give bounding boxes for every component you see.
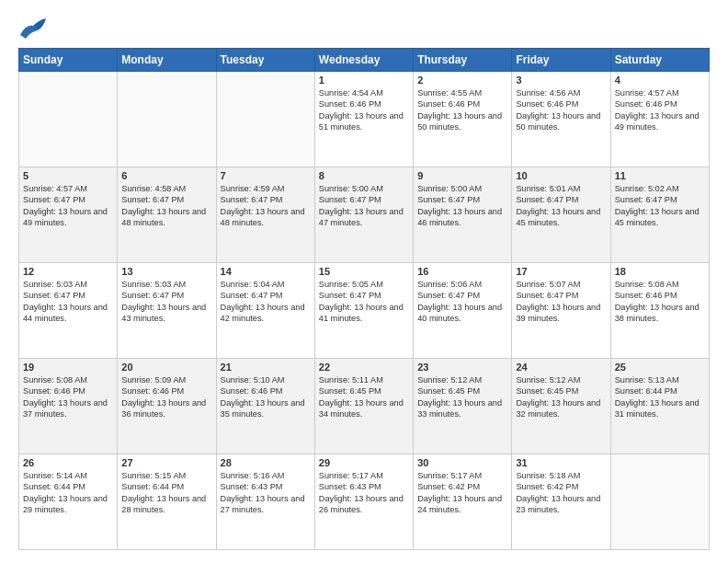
- cell-content: Sunrise: 5:17 AM Sunset: 6:42 PM Dayligh…: [417, 470, 507, 516]
- cell-content: Sunrise: 4:57 AM Sunset: 6:46 PM Dayligh…: [615, 87, 705, 133]
- calendar-cell: 27Sunrise: 5:15 AM Sunset: 6:44 PM Dayli…: [118, 454, 216, 550]
- calendar-cell: 29Sunrise: 5:17 AM Sunset: 6:43 PM Dayli…: [314, 454, 413, 550]
- day-number: 7: [221, 170, 311, 181]
- day-number: 16: [417, 266, 507, 277]
- calendar-table: SundayMondayTuesdayWednesdayThursdayFrid…: [18, 48, 710, 550]
- day-number: 31: [516, 457, 606, 468]
- calendar-cell: 14Sunrise: 5:04 AM Sunset: 6:47 PM Dayli…: [216, 263, 314, 359]
- day-number: 2: [417, 75, 507, 86]
- cell-content: Sunrise: 4:56 AM Sunset: 6:46 PM Dayligh…: [516, 87, 606, 133]
- cell-content: Sunrise: 5:15 AM Sunset: 6:44 PM Dayligh…: [121, 470, 211, 516]
- calendar-cell: [610, 454, 709, 550]
- logo: [18, 17, 51, 40]
- header: [18, 17, 710, 40]
- calendar-cell: 12Sunrise: 5:03 AM Sunset: 6:47 PM Dayli…: [19, 263, 118, 359]
- calendar-cell: 5Sunrise: 4:57 AM Sunset: 6:47 PM Daylig…: [19, 167, 118, 263]
- day-number: 23: [417, 362, 507, 373]
- week-row-3: 12Sunrise: 5:03 AM Sunset: 6:47 PM Dayli…: [19, 263, 710, 359]
- cell-content: Sunrise: 5:00 AM Sunset: 6:47 PM Dayligh…: [319, 183, 409, 229]
- calendar-cell: 23Sunrise: 5:12 AM Sunset: 6:45 PM Dayli…: [414, 359, 512, 454]
- weekday-header-saturday: Saturday: [610, 49, 709, 72]
- week-row-4: 19Sunrise: 5:08 AM Sunset: 6:46 PM Dayli…: [19, 359, 710, 454]
- calendar-cell: 9Sunrise: 5:00 AM Sunset: 6:47 PM Daylig…: [414, 167, 512, 263]
- week-row-1: 1Sunrise: 4:54 AM Sunset: 6:46 PM Daylig…: [19, 72, 710, 167]
- weekday-header-sunday: Sunday: [19, 49, 118, 72]
- day-number: 13: [121, 266, 211, 277]
- day-number: 27: [121, 457, 211, 468]
- cell-content: Sunrise: 4:59 AM Sunset: 6:47 PM Dayligh…: [221, 183, 311, 229]
- cell-content: Sunrise: 5:06 AM Sunset: 6:47 PM Dayligh…: [417, 279, 507, 325]
- cell-content: Sunrise: 5:14 AM Sunset: 6:44 PM Dayligh…: [23, 470, 113, 516]
- cell-content: Sunrise: 5:16 AM Sunset: 6:43 PM Dayligh…: [221, 470, 311, 516]
- day-number: 28: [221, 457, 311, 468]
- day-number: 17: [516, 266, 606, 277]
- cell-content: Sunrise: 5:00 AM Sunset: 6:47 PM Dayligh…: [417, 183, 507, 229]
- cell-content: Sunrise: 5:03 AM Sunset: 6:47 PM Dayligh…: [23, 279, 113, 325]
- day-number: 11: [615, 170, 705, 181]
- cell-content: Sunrise: 5:13 AM Sunset: 6:44 PM Dayligh…: [615, 374, 705, 420]
- calendar-cell: 6Sunrise: 4:58 AM Sunset: 6:47 PM Daylig…: [118, 167, 216, 263]
- calendar-cell: 10Sunrise: 5:01 AM Sunset: 6:47 PM Dayli…: [512, 167, 610, 263]
- cell-content: Sunrise: 4:58 AM Sunset: 6:47 PM Dayligh…: [121, 183, 211, 229]
- calendar-cell: [118, 72, 216, 167]
- calendar-cell: 28Sunrise: 5:16 AM Sunset: 6:43 PM Dayli…: [216, 454, 314, 550]
- day-number: 29: [319, 457, 409, 468]
- cell-content: Sunrise: 5:02 AM Sunset: 6:47 PM Dayligh…: [615, 183, 705, 229]
- logo-bird-icon: [18, 17, 48, 40]
- day-number: 9: [417, 170, 507, 181]
- calendar-cell: 31Sunrise: 5:18 AM Sunset: 6:42 PM Dayli…: [512, 454, 610, 550]
- calendar-cell: 3Sunrise: 4:56 AM Sunset: 6:46 PM Daylig…: [512, 72, 610, 167]
- cell-content: Sunrise: 4:57 AM Sunset: 6:47 PM Dayligh…: [23, 183, 113, 229]
- calendar-cell: 21Sunrise: 5:10 AM Sunset: 6:46 PM Dayli…: [216, 359, 314, 454]
- day-number: 15: [319, 266, 409, 277]
- cell-content: Sunrise: 5:05 AM Sunset: 6:47 PM Dayligh…: [319, 279, 409, 325]
- cell-content: Sunrise: 5:08 AM Sunset: 6:46 PM Dayligh…: [615, 279, 705, 325]
- weekday-header-monday: Monday: [118, 49, 216, 72]
- weekday-header-friday: Friday: [512, 49, 610, 72]
- weekday-header-wednesday: Wednesday: [314, 49, 413, 72]
- calendar-cell: 7Sunrise: 4:59 AM Sunset: 6:47 PM Daylig…: [216, 167, 314, 263]
- day-number: 6: [121, 170, 211, 181]
- day-number: 21: [221, 362, 311, 373]
- day-number: 12: [23, 266, 113, 277]
- calendar-cell: 2Sunrise: 4:55 AM Sunset: 6:46 PM Daylig…: [414, 72, 512, 167]
- cell-content: Sunrise: 5:12 AM Sunset: 6:45 PM Dayligh…: [417, 374, 507, 420]
- cell-content: Sunrise: 5:10 AM Sunset: 6:46 PM Dayligh…: [221, 374, 311, 420]
- calendar-cell: 22Sunrise: 5:11 AM Sunset: 6:45 PM Dayli…: [314, 359, 413, 454]
- cell-content: Sunrise: 5:03 AM Sunset: 6:47 PM Dayligh…: [121, 279, 211, 325]
- calendar-cell: 8Sunrise: 5:00 AM Sunset: 6:47 PM Daylig…: [314, 167, 413, 263]
- day-number: 22: [319, 362, 409, 373]
- calendar-cell: 16Sunrise: 5:06 AM Sunset: 6:47 PM Dayli…: [414, 263, 512, 359]
- day-number: 19: [23, 362, 113, 373]
- cell-content: Sunrise: 5:18 AM Sunset: 6:42 PM Dayligh…: [516, 470, 606, 516]
- day-number: 5: [23, 170, 113, 181]
- week-row-2: 5Sunrise: 4:57 AM Sunset: 6:47 PM Daylig…: [19, 167, 710, 263]
- cell-content: Sunrise: 5:04 AM Sunset: 6:47 PM Dayligh…: [221, 279, 311, 325]
- weekday-header-row: SundayMondayTuesdayWednesdayThursdayFrid…: [19, 49, 710, 72]
- day-number: 30: [417, 457, 507, 468]
- cell-content: Sunrise: 4:55 AM Sunset: 6:46 PM Dayligh…: [417, 87, 507, 133]
- calendar-cell: [19, 72, 118, 167]
- cell-content: Sunrise: 5:12 AM Sunset: 6:45 PM Dayligh…: [516, 374, 606, 420]
- cell-content: Sunrise: 5:07 AM Sunset: 6:47 PM Dayligh…: [516, 279, 606, 325]
- calendar-cell: 15Sunrise: 5:05 AM Sunset: 6:47 PM Dayli…: [314, 263, 413, 359]
- week-row-5: 26Sunrise: 5:14 AM Sunset: 6:44 PM Dayli…: [19, 454, 710, 550]
- day-number: 8: [319, 170, 409, 181]
- calendar-cell: 20Sunrise: 5:09 AM Sunset: 6:46 PM Dayli…: [118, 359, 216, 454]
- calendar-cell: [216, 72, 314, 167]
- day-number: 10: [516, 170, 606, 181]
- calendar-cell: 26Sunrise: 5:14 AM Sunset: 6:44 PM Dayli…: [19, 454, 118, 550]
- day-number: 14: [221, 266, 311, 277]
- cell-content: Sunrise: 5:11 AM Sunset: 6:45 PM Dayligh…: [319, 374, 409, 420]
- cell-content: Sunrise: 5:17 AM Sunset: 6:43 PM Dayligh…: [319, 470, 409, 516]
- weekday-header-thursday: Thursday: [414, 49, 512, 72]
- day-number: 3: [516, 75, 606, 86]
- cell-content: Sunrise: 5:08 AM Sunset: 6:46 PM Dayligh…: [23, 374, 113, 420]
- day-number: 1: [319, 75, 409, 86]
- calendar-cell: 24Sunrise: 5:12 AM Sunset: 6:45 PM Dayli…: [512, 359, 610, 454]
- day-number: 25: [615, 362, 705, 373]
- cell-content: Sunrise: 4:54 AM Sunset: 6:46 PM Dayligh…: [319, 87, 409, 133]
- calendar-cell: 1Sunrise: 4:54 AM Sunset: 6:46 PM Daylig…: [314, 72, 413, 167]
- day-number: 4: [615, 75, 705, 86]
- calendar-cell: 30Sunrise: 5:17 AM Sunset: 6:42 PM Dayli…: [414, 454, 512, 550]
